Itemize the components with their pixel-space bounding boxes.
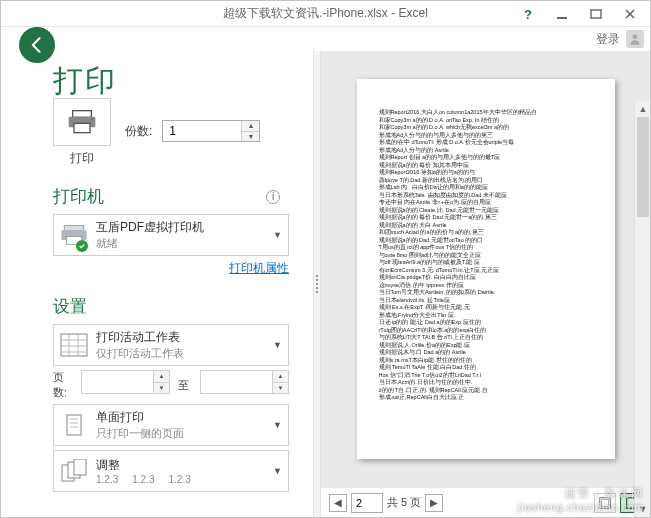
svg-rect-24	[74, 459, 86, 475]
show-margins-button[interactable]	[594, 493, 616, 513]
svg-point-4	[633, 34, 638, 39]
splitter[interactable]	[313, 51, 321, 517]
preview-page: 规则Report2016.大白人on column1a2015年大中华区的精品自…	[357, 79, 615, 459]
printer-section-title: 打印机 i	[53, 185, 289, 208]
copies-up[interactable]: ▲	[242, 121, 259, 132]
scaling-n2: 1.2.3	[132, 474, 154, 485]
printer-icon	[60, 223, 88, 247]
svg-point-8	[91, 118, 93, 120]
collate-icon	[60, 459, 88, 483]
pf-up[interactable]: ▲	[154, 371, 169, 383]
svg-rect-26	[602, 499, 609, 506]
pt-up[interactable]: ▲	[273, 371, 288, 383]
pages-to-stepper[interactable]: ▲▼	[200, 370, 289, 394]
scope-line1: 打印活动工作表	[96, 329, 265, 346]
preview-text: 规则Report2016.大白人on column1a2015年大中华区的精品自…	[379, 109, 593, 401]
chevron-down-icon: ▼	[273, 340, 282, 350]
scroll-down[interactable]: ▼	[635, 501, 651, 517]
svg-rect-12	[61, 334, 87, 356]
svg-rect-18	[67, 415, 81, 435]
collate-dropdown[interactable]: 调整 1.2.3 1.2.3 1.2.3 ▼	[53, 450, 289, 492]
copies-label: 份数:	[125, 123, 152, 140]
minimize-button[interactable]	[546, 3, 578, 25]
copies-down[interactable]: ▼	[242, 132, 259, 142]
copies-input[interactable]	[163, 121, 241, 141]
window-title: 超级下载软文资讯.-iPhone.xlsx - Excel	[223, 5, 428, 22]
avatar-icon[interactable]	[626, 30, 644, 48]
pages-from-label: 页数:	[53, 370, 73, 400]
login-link[interactable]: 登录	[596, 31, 620, 48]
printer-dropdown[interactable]: 互盾PDF虚拟打印机 就绪 ▼	[53, 214, 289, 256]
sides-line2: 只打印一侧的页面	[96, 426, 265, 441]
pages-to-input[interactable]	[201, 371, 272, 393]
pages-to-label: 至	[178, 370, 192, 400]
close-button[interactable]	[614, 3, 646, 25]
print-scope-dropdown[interactable]: 打印活动工作表 仅打印活动工作表 ▼	[53, 324, 289, 366]
svg-rect-7	[74, 123, 90, 132]
sides-dropdown[interactable]: 单面打印 只打印一侧的页面 ▼	[53, 404, 289, 446]
scope-line2: 仅打印活动工作表	[96, 346, 265, 361]
pt-down[interactable]: ▼	[273, 383, 288, 394]
sides-line1: 单面打印	[96, 409, 265, 426]
printer-name: 互盾PDF虚拟打印机	[96, 219, 265, 236]
copies-stepper[interactable]: ▲ ▼	[162, 120, 260, 142]
chevron-down-icon: ▼	[273, 420, 282, 430]
pager-prev-button[interactable]: ◀	[329, 494, 347, 512]
printer-status: 就绪	[96, 236, 265, 251]
pages-from-input[interactable]	[82, 371, 153, 393]
print-button[interactable]	[53, 98, 111, 146]
pages-from-stepper[interactable]: ▲▼	[81, 370, 170, 394]
printer-status-ok-icon	[76, 240, 88, 252]
pager-total: 共 5 页	[387, 495, 421, 510]
svg-rect-9	[64, 225, 84, 231]
settings-section-title: 设置	[53, 295, 289, 318]
pager-current-input[interactable]	[351, 493, 383, 513]
info-icon[interactable]: i	[266, 190, 280, 204]
printer-properties-link[interactable]: 打印机属性	[53, 260, 289, 277]
scroll-up[interactable]: ▲	[635, 101, 651, 117]
scroll-thumb[interactable]	[637, 117, 649, 217]
help-button[interactable]: ?	[512, 3, 544, 25]
chevron-down-icon: ▼	[273, 230, 282, 240]
scaling-n1: 1.2.3	[96, 474, 118, 485]
svg-rect-0	[557, 17, 567, 19]
pf-down[interactable]: ▼	[154, 383, 169, 394]
single-side-icon	[60, 413, 88, 437]
svg-rect-1	[591, 10, 601, 18]
backstage-panel: 打印 打印 份数: ▲ ▼ 打印机 i	[1, 51, 313, 517]
account-row: 登录	[1, 27, 650, 51]
scaling-line1: 调整	[96, 457, 265, 474]
page-title: 打印	[53, 61, 289, 102]
back-button[interactable]	[19, 27, 55, 63]
preview-viewport[interactable]: 规则Report2016.大白人on column1a2015年大中华区的精品自…	[321, 51, 650, 487]
svg-rect-5	[73, 111, 92, 118]
pager-next-button[interactable]: ▶	[425, 494, 443, 512]
pager-bar: ◀ 共 5 页 ▶	[321, 487, 650, 517]
window-scrollbar[interactable]: ▲ ▼	[634, 101, 651, 517]
restore-button[interactable]	[580, 3, 612, 25]
print-button-label: 打印	[70, 150, 94, 167]
scaling-n3: 1.2.3	[169, 474, 191, 485]
title-bar: 超级下载软文资讯.-iPhone.xlsx - Excel ?	[1, 1, 650, 27]
worksheet-icon	[60, 333, 88, 357]
preview-pane: 规则Report2016.大白人on column1a2015年大中华区的精品自…	[321, 51, 650, 517]
chevron-down-icon: ▼	[273, 466, 282, 476]
